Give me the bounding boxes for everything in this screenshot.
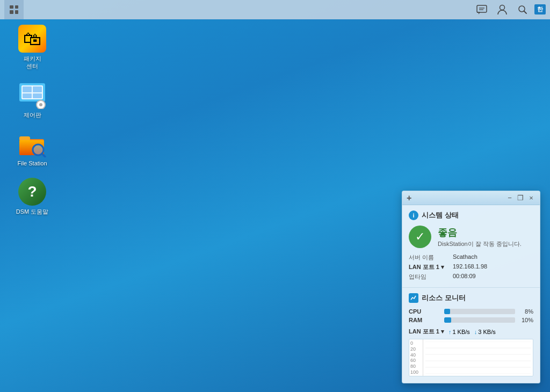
resource-section-header: 리소스 모니터 bbox=[409, 293, 533, 303]
chat-icon bbox=[476, 5, 487, 14]
download-arrow-icon: ↓ bbox=[474, 329, 477, 335]
status-level: 좋음 bbox=[438, 226, 522, 239]
chart-y-axis: 100 80 60 40 20 0 bbox=[409, 339, 423, 376]
user-button[interactable] bbox=[494, 1, 511, 18]
file-station-label: File Station bbox=[17, 159, 47, 167]
status-details: 서버 이름 Scathach LAN 포트 1 ▾ 192.168.1.98 업… bbox=[409, 253, 533, 281]
svg-point-13 bbox=[39, 103, 42, 106]
y-label-60: 60 bbox=[410, 358, 422, 363]
package-center-graphic bbox=[18, 25, 46, 53]
svg-rect-15 bbox=[19, 136, 30, 141]
lan-download-value: 3 KB/s bbox=[478, 329, 495, 335]
upload-arrow-icon: ↑ bbox=[448, 329, 452, 335]
pkg-label-line1: 패키지 bbox=[24, 55, 41, 62]
svg-line-18 bbox=[42, 154, 45, 157]
control-panel-image bbox=[18, 81, 46, 109]
widget-add-button[interactable]: + bbox=[407, 193, 411, 203]
dsm-help-graphic: ? bbox=[18, 178, 46, 206]
lan-port-label[interactable]: LAN 포트 1 ▾ bbox=[409, 263, 444, 271]
taskbar: 한 bbox=[0, 0, 550, 19]
dsm-help-icon[interactable]: ? DSM 도움말 bbox=[11, 178, 54, 215]
ram-label: RAM bbox=[409, 317, 441, 323]
taskbar-right: 한 bbox=[473, 1, 546, 18]
status-good-text: 좋음 DiskStation이 잘 작동 중입니다. bbox=[438, 226, 522, 248]
system-status-section: i 시스템 상태 ✓ 좋음 DiskStation이 잘 작동 중입니다. 서버… bbox=[402, 205, 540, 288]
server-name-label: 서버 이름 bbox=[409, 253, 444, 262]
lan-download-stat: ↓ 3 KB/s bbox=[474, 329, 496, 335]
grid-icon bbox=[10, 5, 18, 14]
widget-restore-button[interactable]: ❐ bbox=[516, 194, 525, 202]
cpu-row: CPU 8% bbox=[409, 308, 533, 315]
cpu-bar-fill bbox=[444, 309, 450, 314]
uptime-value: 00:08:09 bbox=[453, 273, 533, 281]
status-description: DiskStation이 잘 작동 중입니다. bbox=[438, 240, 522, 248]
y-label-80: 80 bbox=[410, 364, 422, 369]
resource-section-title: 리소스 모니터 bbox=[422, 293, 466, 303]
ram-row: RAM 10% bbox=[409, 317, 533, 323]
package-center-image bbox=[18, 25, 46, 53]
search-button[interactable] bbox=[514, 1, 531, 18]
taskbar-left bbox=[4, 0, 24, 19]
status-section-title: 시스템 상태 bbox=[422, 210, 459, 220]
status-section-header: i 시스템 상태 bbox=[409, 210, 533, 220]
ram-bar-fill bbox=[444, 317, 451, 323]
dsm-help-image: ? bbox=[18, 178, 46, 206]
cpu-label: CPU bbox=[409, 308, 441, 315]
lan-upload-value: 1 KB/s bbox=[452, 329, 469, 335]
svg-rect-8 bbox=[23, 86, 32, 92]
widget-container: + − ❐ × i 시스템 상태 ✓ 좋음 DiskStation이 잘 작동 … bbox=[402, 191, 540, 383]
lan-row: LAN 포트 1 ▾ ↑ 1 KB/s ↓ 3 KB/s bbox=[409, 328, 533, 336]
status-good-circle: ✓ bbox=[409, 226, 431, 248]
svg-rect-9 bbox=[33, 86, 42, 92]
lan-upload-stat: ↑ 1 KB/s bbox=[448, 329, 470, 335]
status-good-row: ✓ 좋음 DiskStation이 잘 작동 중입니다. bbox=[409, 226, 533, 248]
uptime-label: 업타임 bbox=[409, 273, 444, 281]
cpu-bar-container bbox=[444, 309, 515, 314]
widget-titlebar: + − ❐ × bbox=[402, 191, 540, 205]
control-panel-icon[interactable]: 제어판 bbox=[11, 81, 54, 119]
svg-rect-10 bbox=[23, 93, 32, 98]
chart-icon bbox=[410, 295, 417, 301]
ram-bar-container bbox=[444, 317, 515, 323]
cpu-percent: 8% bbox=[518, 308, 533, 315]
dsm-help-label: DSM 도움말 bbox=[16, 208, 49, 215]
apps-menu-button[interactable] bbox=[4, 0, 24, 19]
file-station-image bbox=[18, 129, 46, 157]
lan-monitor-label[interactable]: LAN 포트 1 ▾ bbox=[409, 328, 444, 336]
svg-rect-11 bbox=[33, 93, 42, 98]
widget-titlebar-controls: − ❐ × bbox=[505, 194, 535, 202]
file-station-graphic bbox=[18, 129, 46, 157]
search-icon bbox=[518, 5, 527, 14]
control-panel-label: 제어판 bbox=[24, 111, 41, 119]
server-name-value: Scathach bbox=[453, 253, 533, 262]
svg-line-5 bbox=[524, 11, 527, 13]
chart-svg bbox=[425, 342, 531, 374]
y-label-100: 100 bbox=[410, 369, 422, 375]
widget-titlebar-left: + bbox=[407, 193, 411, 203]
package-center-icon[interactable]: 패키지 센터 bbox=[11, 25, 54, 70]
pkg-label-line2: 센터 bbox=[26, 63, 38, 69]
desktop-icons: 패키지 센터 제어판 bbox=[11, 25, 54, 215]
widget-minimize-button[interactable]: − bbox=[505, 194, 514, 202]
file-station-icon[interactable]: File Station bbox=[11, 129, 54, 167]
svg-point-3 bbox=[500, 5, 505, 10]
resource-monitor-section: 리소스 모니터 CPU 8% RAM 10% LAN 포트 1 ▾ bbox=[402, 288, 540, 383]
lan-stats: ↑ 1 KB/s ↓ 3 KB/s bbox=[448, 329, 496, 335]
language-button[interactable]: 한 bbox=[534, 4, 546, 14]
chart-area bbox=[423, 339, 533, 376]
widget-close-button[interactable]: × bbox=[527, 194, 535, 202]
control-panel-graphic bbox=[18, 81, 46, 109]
info-icon: i bbox=[409, 210, 418, 220]
y-label-0: 0 bbox=[410, 340, 422, 346]
y-label-40: 40 bbox=[410, 352, 422, 358]
package-center-label: 패키지 센터 bbox=[24, 55, 41, 70]
y-label-20: 20 bbox=[410, 346, 422, 352]
chat-button[interactable] bbox=[473, 1, 490, 18]
ram-percent: 10% bbox=[518, 317, 533, 323]
svg-rect-0 bbox=[477, 5, 487, 12]
mini-chart: 100 80 60 40 20 0 bbox=[409, 339, 533, 376]
resource-monitor-icon bbox=[409, 293, 418, 303]
user-icon bbox=[497, 4, 507, 15]
resource-bars: CPU 8% RAM 10% bbox=[409, 308, 533, 323]
lan-ip-value: 192.168.1.98 bbox=[453, 263, 533, 271]
